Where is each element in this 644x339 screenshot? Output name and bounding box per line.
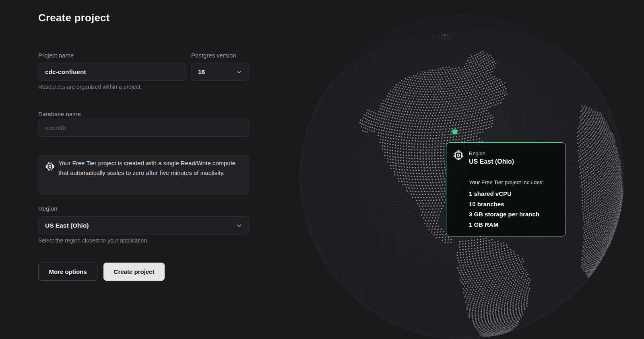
free-tier-notice-text: Your Free Tier project is created with a…: [58, 158, 242, 177]
project-name-label: Project name: [38, 52, 74, 59]
region-helper: Select the region closest to your applic…: [38, 237, 149, 244]
database-name-input[interactable]: [38, 119, 249, 137]
region-card-titles: Region US East (Ohio): [469, 149, 514, 166]
page-title: Create project: [38, 12, 110, 24]
include-item-vcpu: 1 shared vCPU: [469, 189, 559, 199]
include-item-branches: 10 branches: [469, 199, 559, 210]
database-name-label: Database name: [38, 111, 81, 117]
cpu-chip-icon: [45, 162, 55, 173]
region-card-header: Region US East (Ohio): [453, 149, 559, 166]
cpu-chip-icon: [453, 150, 464, 162]
region-marker-dot: [452, 129, 457, 134]
region-info-card: Region US East (Ohio) Your Free Tier pro…: [446, 142, 566, 236]
postgres-version-select[interactable]: 16: [191, 63, 249, 81]
region-card-label: Region: [469, 150, 514, 157]
include-item-ram: 1 GB RAM: [469, 220, 559, 230]
chevron-down-icon: [236, 222, 242, 229]
region-label: Region: [38, 205, 58, 212]
region-card-includes: Your Free Tier project includes: 1 share…: [469, 179, 559, 230]
includes-title: Your Free Tier project includes:: [469, 179, 559, 185]
postgres-version-label: Postgres version: [191, 52, 236, 59]
postgres-version-value: 16: [198, 68, 205, 76]
region-card-value: US East (Ohio): [469, 157, 514, 166]
include-item-storage: 3 GB storage per branch: [469, 209, 559, 220]
chevron-down-icon: [236, 69, 242, 75]
free-tier-notice: Your Free Tier project is created with a…: [38, 155, 249, 195]
project-name-input[interactable]: [38, 63, 186, 81]
region-select-value: US East (Ohio): [45, 222, 89, 229]
region-select[interactable]: US East (Ohio): [38, 216, 249, 234]
create-project-button[interactable]: Create project: [103, 263, 165, 281]
more-options-button[interactable]: More options: [38, 263, 97, 281]
project-name-helper: Resources are organized within a project…: [38, 84, 142, 90]
